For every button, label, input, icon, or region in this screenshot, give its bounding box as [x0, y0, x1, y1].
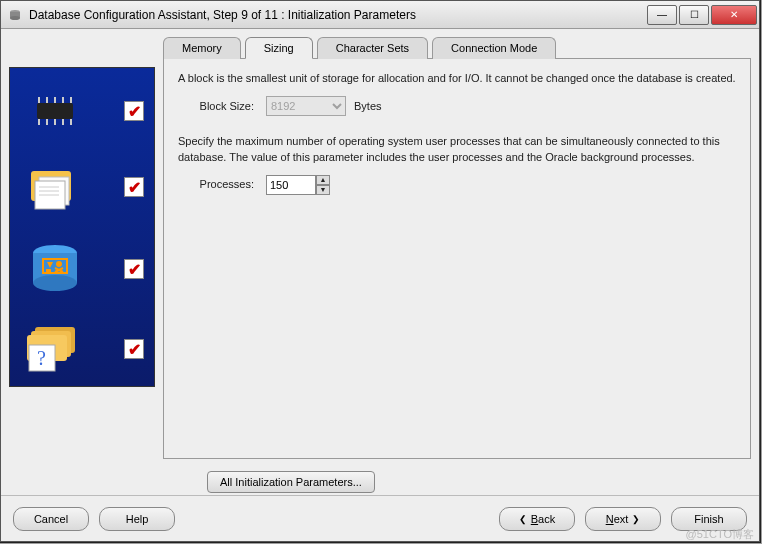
main-area: ✔ ✔ ✔ ? ✔ [1, 29, 759, 467]
block-size-row: Block Size: 8192 Bytes [178, 96, 736, 116]
step-files: ✔ [20, 154, 146, 220]
processes-input[interactable] [266, 175, 316, 195]
minimize-button[interactable]: — [647, 5, 677, 25]
all-params-row: All Initialization Parameters... [207, 471, 751, 493]
block-size-unit: Bytes [354, 99, 382, 114]
block-size-label: Block Size: [178, 99, 258, 114]
maximize-button[interactable]: ☐ [679, 5, 709, 25]
processes-spin-down[interactable]: ▼ [316, 185, 330, 195]
cancel-button[interactable]: Cancel [13, 507, 89, 531]
tab-sizing[interactable]: Sizing [245, 37, 313, 59]
close-button[interactable]: ✕ [711, 5, 757, 25]
step-check-icon: ✔ [124, 339, 144, 359]
client-area: ✔ ✔ ✔ ? ✔ [1, 29, 759, 541]
svg-rect-26 [46, 269, 51, 272]
step-storage: ✔ [20, 236, 146, 302]
tab-strip: Memory Sizing Character Sets Connection … [163, 37, 751, 59]
svg-text:?: ? [37, 347, 46, 369]
chip-icon [20, 83, 90, 139]
tab-character-sets[interactable]: Character Sets [317, 37, 428, 59]
folder-files-icon [20, 159, 90, 215]
back-button[interactable]: ❮ Back [499, 507, 575, 531]
step-check-icon: ✔ [124, 177, 144, 197]
step-check-icon: ✔ [124, 101, 144, 121]
titlebar[interactable]: Database Configuration Assistant, Step 9… [1, 1, 759, 29]
processes-spin-up[interactable]: ▲ [316, 175, 330, 185]
processes-label: Processes: [178, 177, 258, 192]
step-check-icon: ✔ [124, 259, 144, 279]
right-pane: Memory Sizing Character Sets Connection … [163, 37, 751, 459]
next-button[interactable]: Next ❯ [585, 507, 661, 531]
tab-memory[interactable]: Memory [163, 37, 241, 59]
wizard-sidebar: ✔ ✔ ✔ ? ✔ [9, 67, 155, 387]
database-barrel-icon [20, 241, 90, 297]
svg-point-22 [33, 275, 77, 291]
window-title: Database Configuration Assistant, Step 9… [29, 8, 645, 22]
app-icon [7, 7, 23, 23]
svg-point-2 [10, 16, 20, 20]
step-unknown: ? ✔ [20, 316, 146, 382]
tab-connection-mode[interactable]: Connection Mode [432, 37, 556, 59]
next-arrow-icon: ❯ [632, 514, 640, 524]
block-size-select[interactable]: 8192 [266, 96, 346, 116]
processes-row: Processes: ▲ ▼ [178, 175, 736, 195]
back-label: B [531, 513, 538, 525]
folder-question-icon: ? [20, 321, 90, 377]
processes-description: Specify the maximum number of operating … [178, 134, 736, 165]
tab-body-sizing: A block is the smallest unit of storage … [163, 58, 751, 459]
all-initialization-parameters-button[interactable]: All Initialization Parameters... [207, 471, 375, 493]
window-controls: — ☐ ✕ [645, 5, 757, 25]
bottom-bar: Cancel Help ❮ Back Next ❯ Finish [1, 495, 759, 541]
next-label: N [606, 513, 614, 525]
svg-rect-3 [37, 103, 73, 119]
watermark: @51CTO博客 [686, 527, 754, 542]
window: Database Configuration Assistant, Step 9… [0, 0, 760, 542]
back-arrow-icon: ❮ [519, 514, 527, 524]
step-hardware: ✔ [20, 78, 146, 144]
svg-point-25 [56, 261, 62, 267]
block-size-description: A block is the smallest unit of storage … [178, 71, 736, 86]
help-button[interactable]: Help [99, 507, 175, 531]
